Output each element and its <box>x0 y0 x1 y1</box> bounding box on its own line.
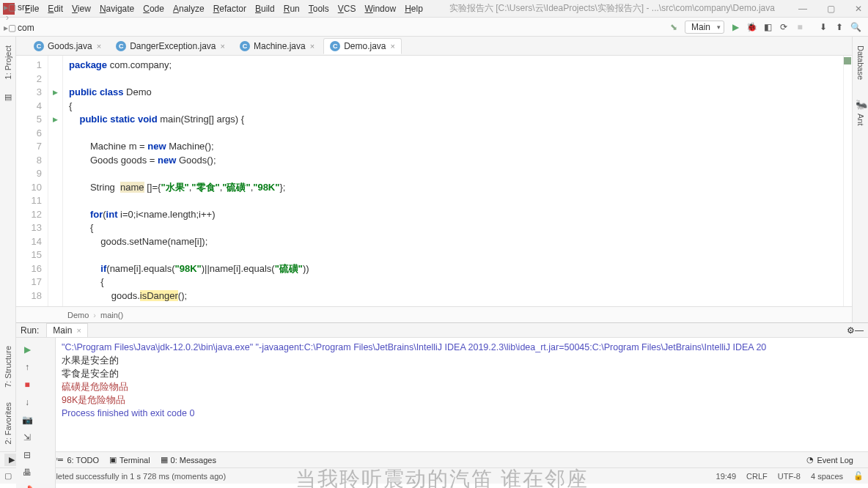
close-tab-icon[interactable]: × <box>221 42 225 51</box>
inspection-ok-icon <box>844 57 851 64</box>
menu-view[interactable]: View <box>67 2 95 15</box>
menu-build[interactable]: Build <box>251 2 279 15</box>
coverage-button[interactable]: ◧ <box>760 19 776 35</box>
menu-window[interactable]: Window <box>360 2 400 15</box>
menu-vcs[interactable]: VCS <box>334 2 361 15</box>
window-title: 实验报告六 [C:\Users\云\IdeaProjects\实验报告六] - … <box>449 2 781 15</box>
line-number-gutter: 123456789101112131415161718 <box>16 56 48 306</box>
editor-tab-DangerException.java[interactable]: CDangerException.java× <box>110 39 231 53</box>
class-icon: C <box>116 41 126 51</box>
left-tool-rail: 1: Project ▤ <box>0 37 16 322</box>
menu-refactor[interactable]: Refactor <box>209 2 251 15</box>
right-tool-rail: Database 🐜 Ant <box>852 37 868 322</box>
search-icon[interactable]: 🔍 <box>847 19 864 35</box>
minimize-button[interactable]: — <box>796 4 809 14</box>
tab-icon: ▶ <box>9 455 15 465</box>
close-window-button[interactable]: ✕ <box>852 4 865 14</box>
ant-tool-tab[interactable]: Ant <box>856 109 865 130</box>
editor-tab-Goods.java[interactable]: CGoods.java× <box>28 39 107 53</box>
folder-icon: ▸▢ <box>4 2 15 12</box>
run-tool-window: Run: Main × ⚙ — ▶ ↑ ■ ↓ 📷 ⇲ ⊟ 🖶 📌 🗑 "C:\… <box>16 322 868 451</box>
run-tab[interactable]: Main × <box>46 323 87 337</box>
close-tab-icon[interactable]: × <box>97 42 101 51</box>
menu-code[interactable]: Code <box>139 2 169 15</box>
run-button[interactable]: ▶ <box>727 19 743 35</box>
folder-icon: ▸▢ <box>4 23 15 33</box>
editor-tab-Machine.java[interactable]: CMachine.java× <box>234 39 320 53</box>
camera-icon[interactable]: 📷 <box>18 412 36 428</box>
crumb-class[interactable]: Demo <box>67 311 89 319</box>
stop-button[interactable]: ■ <box>792 19 808 35</box>
export-icon[interactable]: ⇲ <box>18 429 36 446</box>
vcs-commit-icon[interactable]: ⬆ <box>831 19 847 35</box>
run-marker-gutter[interactable]: ▶▶ <box>48 56 63 306</box>
print-icon[interactable]: 🖶 <box>18 465 36 481</box>
menu-analyze[interactable]: Analyze <box>169 2 209 15</box>
crumb-method[interactable]: main() <box>100 311 123 319</box>
run-config-label: Main <box>691 22 710 32</box>
close-tab-icon[interactable]: × <box>391 42 395 51</box>
menu-tools[interactable]: Tools <box>304 2 334 15</box>
settings-icon[interactable]: ⚙ <box>847 325 855 336</box>
database-tool-tab[interactable]: Database <box>856 41 865 84</box>
code-area[interactable]: package com.company; public class Demo {… <box>63 56 843 306</box>
favorites-tool-tab[interactable]: 2: Favorites <box>4 399 12 447</box>
code-editor[interactable]: 123456789101112131415161718 ▶▶ package c… <box>16 56 852 306</box>
editor-tabs: CGoods.java×CDangerException.java×CMachi… <box>16 37 852 56</box>
title-bar: FileEditViewNavigateCodeAnalyzeRefactorB… <box>0 0 868 18</box>
run-line-icon[interactable]: ▶ <box>53 113 58 127</box>
run-tab-label: Main <box>53 325 72 336</box>
maximize-button[interactable]: ▢ <box>824 4 837 14</box>
step-up-icon[interactable]: ↑ <box>18 359 36 375</box>
stop-run-button[interactable]: ■ <box>18 377 36 393</box>
build-icon[interactable]: ⬊ <box>666 19 682 35</box>
debug-button[interactable]: 🐞 <box>743 19 760 35</box>
run-toolbar: ▶ ↑ ■ ↓ 📷 ⇲ ⊟ 🖶 📌 🗑 <box>16 338 56 488</box>
console-output[interactable]: "C:\Program Files\Java\jdk-12.0.2\bin\ja… <box>56 338 868 488</box>
close-run-tab-icon[interactable]: × <box>76 326 81 335</box>
class-icon: C <box>34 41 44 51</box>
profile-button[interactable]: ⟳ <box>776 19 792 35</box>
filter-icon[interactable]: ⊟ <box>18 447 36 463</box>
hide-panel-icon[interactable]: — <box>855 325 864 336</box>
editor-breadcrumbs[interactable]: Demo › main() <box>16 306 852 322</box>
pin-icon[interactable]: 📌 <box>18 482 36 488</box>
menu-run[interactable]: Run <box>279 2 304 15</box>
structure-tool-tab[interactable]: 7: Structure <box>4 343 12 391</box>
run-panel-title: Run: <box>21 325 39 336</box>
class-icon: C <box>240 41 250 51</box>
menu-help[interactable]: Help <box>400 2 427 15</box>
menu-navigate[interactable]: Navigate <box>95 2 139 15</box>
project-tool-tab[interactable]: 1: Project <box>4 41 12 84</box>
breadcrumb-com[interactable]: ▸▢com <box>4 23 62 33</box>
close-tab-icon[interactable]: × <box>310 42 315 51</box>
error-stripe[interactable] <box>843 56 852 306</box>
rerun-button[interactable]: ▶ <box>18 341 36 358</box>
status-icon: ▢ <box>4 471 12 481</box>
run-configuration-select[interactable]: Main <box>685 21 724 34</box>
editor-tab-Demo.java[interactable]: CDemo.java× <box>323 38 402 54</box>
run-line-icon[interactable]: ▶ <box>53 86 58 100</box>
class-icon: C <box>330 41 340 51</box>
navigation-bar: 📁实验报告六›▸▢src›▸▢com›▸▢company›CDemo ⬊ Mai… <box>0 18 868 37</box>
breadcrumb-src[interactable]: ▸▢src <box>4 2 62 12</box>
project-files-icon[interactable]: ▤ <box>4 88 12 106</box>
step-down-icon[interactable]: ↓ <box>18 394 36 410</box>
vcs-update-icon[interactable]: ⬇ <box>815 19 831 35</box>
ant-icon[interactable]: 🐜 <box>856 99 866 109</box>
